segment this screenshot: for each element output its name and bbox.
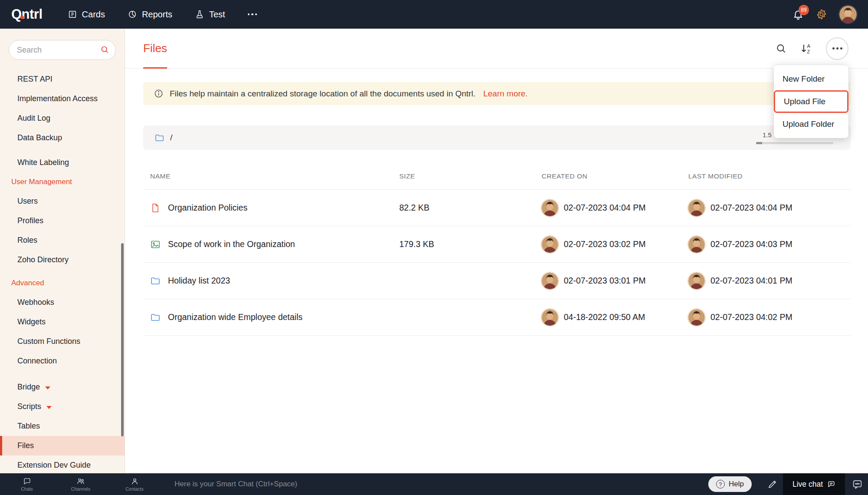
table-row[interactable]: Organization Policies 82.2 KB 02-07-2023… bbox=[143, 190, 851, 226]
compose-button[interactable] bbox=[767, 479, 778, 489]
nav-label: Cards bbox=[82, 10, 105, 20]
question-mark-icon bbox=[716, 480, 725, 488]
logo-dot bbox=[20, 16, 24, 19]
sidebar-item-roles[interactable]: Roles bbox=[0, 231, 125, 250]
table-row[interactable]: Organization wide Employee details 04-18… bbox=[143, 299, 851, 336]
file-size: 179.3 KB bbox=[399, 239, 542, 249]
creator-avatar bbox=[542, 236, 558, 253]
sidebar-item-implementation-access[interactable]: Implementation Access bbox=[0, 89, 125, 109]
files-table: NAME SIZE CREATED ON LAST MODIFIED Organ… bbox=[143, 163, 851, 336]
qntrl-logo[interactable]: Qntrl bbox=[11, 7, 45, 22]
last-modified: 02-07-2023 04:04 PM bbox=[710, 203, 792, 213]
sidebar-item-zoho-directory[interactable]: Zoho Directory bbox=[0, 250, 125, 270]
last-modified: 02-07-2023 04:03 PM bbox=[710, 239, 792, 249]
reports-icon bbox=[128, 10, 137, 19]
sidebar-item-custom-functions[interactable]: Custom Functions bbox=[0, 332, 125, 351]
pencil-icon bbox=[767, 479, 778, 489]
file-name: Scope of work in the Organization bbox=[168, 239, 295, 249]
sidebar-item-scripts[interactable]: Scripts bbox=[0, 397, 125, 416]
info-icon bbox=[154, 89, 164, 99]
nav-item-reports[interactable]: Reports bbox=[128, 10, 172, 20]
sidebar-item-label: Bridge bbox=[17, 383, 40, 392]
sidebar-scrollbar[interactable] bbox=[121, 243, 124, 436]
column-header-name[interactable]: NAME bbox=[150, 172, 399, 180]
sidebar-item-white-labeling[interactable]: White Labeling bbox=[0, 153, 125, 172]
folder-icon bbox=[150, 276, 161, 286]
notifications-button[interactable]: 89 bbox=[792, 9, 804, 20]
nav-item-test[interactable]: Test bbox=[195, 10, 225, 20]
more-options-button[interactable] bbox=[826, 37, 848, 60]
sidebar-item-bridge[interactable]: Bridge bbox=[0, 377, 125, 397]
tool-label: Chats bbox=[21, 486, 33, 492]
table-row[interactable]: Holiday list 2023 02-07-2023 03:01 PM 02… bbox=[143, 263, 851, 299]
header-actions: A Z bbox=[776, 37, 848, 60]
top-navigation-bar: Qntrl Cards Reports Test 89 bbox=[0, 0, 868, 29]
chats-button[interactable]: Chats bbox=[0, 473, 54, 495]
help-label: Help bbox=[729, 480, 744, 488]
sidebar-item-files[interactable]: Files bbox=[0, 436, 125, 455]
folder-icon[interactable] bbox=[155, 133, 164, 143]
more-options-menu: New Folder Upload File Upload Folder bbox=[774, 65, 848, 138]
column-header-modified[interactable]: LAST MODIFIED bbox=[688, 172, 844, 180]
people-group-icon bbox=[76, 477, 85, 485]
modifier-avatar bbox=[688, 200, 705, 216]
info-banner: Files help maintain a centralized storag… bbox=[143, 82, 851, 105]
live-chat-button[interactable]: Live chat bbox=[783, 473, 845, 495]
sidebar-item-data-backup[interactable]: Data Backup bbox=[0, 128, 125, 148]
smart-chat-bar: Chats Channels Contacts Help Live chat bbox=[0, 473, 868, 495]
table-header-row: NAME SIZE CREATED ON LAST MODIFIED bbox=[143, 163, 851, 190]
settings-button[interactable] bbox=[816, 9, 827, 20]
sidebar-item-audit-log[interactable]: Audit Log bbox=[0, 109, 125, 128]
column-header-created[interactable]: CREATED ON bbox=[542, 172, 688, 180]
creator-avatar bbox=[542, 273, 558, 289]
live-chat-label: Live chat bbox=[792, 480, 823, 489]
last-modified: 02-07-2023 04:01 PM bbox=[710, 276, 792, 286]
created-on: 02-07-2023 03:01 PM bbox=[564, 276, 646, 286]
smart-chat-input[interactable] bbox=[174, 479, 708, 489]
channels-button[interactable]: Channels bbox=[54, 473, 108, 495]
tool-label: Channels bbox=[71, 486, 90, 492]
files-content: Files help maintain a centralized storag… bbox=[125, 69, 868, 336]
page-header: Files A Z bbox=[125, 29, 868, 69]
sidebar-item-webhooks[interactable]: Webhooks bbox=[0, 293, 125, 312]
creator-avatar bbox=[542, 309, 558, 326]
chevron-down-icon bbox=[46, 406, 52, 409]
table-row[interactable]: Scope of work in the Organization 179.3 … bbox=[143, 226, 851, 263]
modifier-avatar bbox=[688, 236, 705, 253]
sidebar-section-user-management: User Management bbox=[0, 172, 125, 191]
sidebar-item-extension-dev-guide[interactable]: Extension Dev Guide bbox=[0, 455, 125, 473]
breadcrumb[interactable]: / bbox=[170, 133, 172, 142]
sidebar-item-connection[interactable]: Connection bbox=[0, 351, 125, 371]
file-size: 82.2 KB bbox=[399, 203, 542, 213]
sidebar-item-widgets[interactable]: Widgets bbox=[0, 312, 125, 332]
created-on: 02-07-2023 04:04 PM bbox=[564, 203, 646, 213]
sidebar-section-advanced: Advanced bbox=[0, 274, 125, 293]
sidebar-item-rest-api[interactable]: REST API bbox=[0, 69, 125, 89]
nav-item-cards[interactable]: Cards bbox=[68, 10, 105, 20]
flask-icon bbox=[195, 10, 204, 19]
sort-button[interactable]: A Z bbox=[800, 42, 813, 55]
sidebar-item-tables[interactable]: Tables bbox=[0, 416, 125, 436]
search-button[interactable] bbox=[776, 43, 787, 54]
column-header-size[interactable]: SIZE bbox=[399, 172, 542, 180]
live-chat-icon bbox=[827, 480, 835, 488]
banner-text: Files help maintain a centralized storag… bbox=[170, 89, 475, 99]
learn-more-link[interactable]: Learn more. bbox=[483, 89, 527, 99]
nav-more-menu[interactable] bbox=[248, 13, 257, 16]
folder-icon bbox=[150, 312, 161, 323]
menu-item-upload-file[interactable]: Upload File bbox=[774, 90, 848, 113]
file-name: Organization Policies bbox=[168, 203, 247, 213]
primary-nav: Cards Reports Test bbox=[68, 10, 225, 20]
contacts-button[interactable]: Contacts bbox=[108, 473, 161, 495]
user-avatar[interactable] bbox=[839, 6, 857, 23]
breadcrumb-bar: / 1.5 bbox=[143, 125, 851, 150]
file-name: Organization wide Employee details bbox=[168, 312, 302, 322]
chat-widget-button[interactable] bbox=[852, 479, 863, 490]
help-button[interactable]: Help bbox=[708, 476, 752, 492]
sidebar-item-users[interactable]: Users bbox=[0, 191, 125, 211]
search-input[interactable] bbox=[9, 40, 116, 60]
notification-badge: 89 bbox=[799, 5, 809, 15]
menu-item-new-folder[interactable]: New Folder bbox=[774, 68, 848, 90]
sidebar-item-profiles[interactable]: Profiles bbox=[0, 211, 125, 231]
menu-item-upload-folder[interactable]: Upload Folder bbox=[774, 113, 848, 135]
